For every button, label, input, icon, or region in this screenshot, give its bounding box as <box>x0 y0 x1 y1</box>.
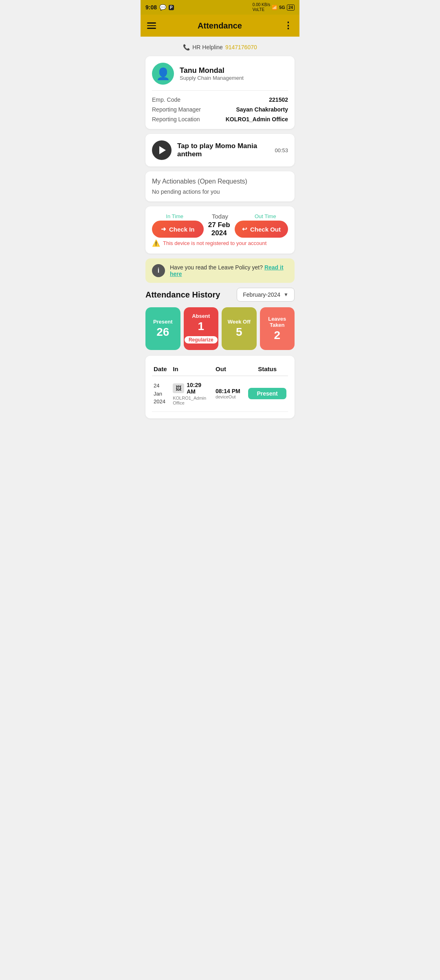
today-date: 27 Feb 2024 <box>204 221 235 237</box>
emp-code-value: 221502 <box>269 96 288 103</box>
avatar-icon: 👤 <box>156 67 170 81</box>
hr-helpline: 📞 HR Helpline 9147176070 <box>145 42 295 51</box>
warning-icon: ⚠️ <box>152 239 160 247</box>
col-status: Status <box>246 362 288 376</box>
actionables-title: My Actionables (Open Requests) <box>152 178 288 185</box>
leave-policy-text: Have you read the Leave Policy yet? Read… <box>170 264 288 277</box>
whatsapp-icon: 💬 <box>159 4 166 11</box>
leaves-value: 2 <box>274 329 280 342</box>
row-status: Present <box>246 376 288 412</box>
phone-icon: 📞 <box>183 44 190 50</box>
in-cell: 🖼 10:29AM KOLRO1_AdminOffice <box>173 382 212 405</box>
out-time-value: 08:14 PM <box>216 388 245 394</box>
regularize-badge[interactable]: Regularize <box>184 335 218 344</box>
absent-value: 1 <box>198 320 204 333</box>
more-options-button[interactable]: ⋮ <box>284 20 293 31</box>
status-bar: 9:08 💬 P 0.00 KB/s VoLTE 📶 5G 24 <box>141 0 299 15</box>
absent-label: Absent <box>192 313 210 319</box>
leaves-stat-card: Leaves Taken 2 <box>260 307 295 350</box>
weekoff-value: 5 <box>236 326 242 339</box>
row-in: 🖼 10:29AM KOLRO1_AdminOffice <box>171 376 214 412</box>
paytm-icon: P <box>169 5 174 10</box>
reporting-manager-label: Reporting Manager <box>152 106 201 113</box>
selected-month: February-2024 <box>243 291 280 298</box>
reporting-location-value: KOLRO1_Admin Office <box>226 116 288 122</box>
table-header-row: Date In Out Status <box>152 362 288 376</box>
check-out-button[interactable]: ↩ Check Out <box>235 221 288 238</box>
status-bar-right: 0.00 KB/s VoLTE 📶 5G 24 <box>253 2 295 12</box>
out-source-value: deviceOut <box>216 394 245 399</box>
music-title: Tap to play Momo Mania anthem <box>177 142 269 158</box>
attendance-history-title: Attendance History <box>145 290 220 300</box>
device-warning: ⚠️ This device is not registered to your… <box>152 239 288 247</box>
no-pending-text: No pending actions for you <box>152 188 288 195</box>
reporting-manager-value: Sayan Chakraborty <box>236 106 288 113</box>
attendance-history-header: Attendance History February-2024 ▼ <box>145 288 295 302</box>
device-warning-text: This device is not registered to your ac… <box>163 240 266 246</box>
hr-helpline-label: HR Helpline <box>192 44 223 50</box>
attendance-table-card: Date In Out Status 24Jan2024 <box>145 356 295 418</box>
location-image-icon: 🖼 <box>173 383 184 393</box>
present-label: Present <box>153 319 173 325</box>
col-date: Date <box>152 362 171 376</box>
music-duration: 00:53 <box>275 147 288 153</box>
month-dropdown[interactable]: February-2024 ▼ <box>237 288 295 302</box>
employee-info: Tanu Mondal Supply Chain Management <box>180 66 244 81</box>
actionables-card: My Actionables (Open Requests) No pendin… <box>145 171 295 201</box>
table-row: 24Jan2024 🖼 10:29AM KOLRO1_AdminOffice <box>152 376 288 412</box>
status-bar-left: 9:08 💬 P <box>145 4 174 11</box>
attendance-table: Date In Out Status 24Jan2024 <box>152 362 288 412</box>
present-value: 26 <box>156 326 169 339</box>
stats-grid: Present 26 Absent 1 Regularize Week Off … <box>145 307 295 350</box>
emp-code-row: Emp. Code 221502 <box>152 96 288 103</box>
main-content: 📞 HR Helpline 9147176070 👤 Tanu Mondal S… <box>141 37 299 427</box>
employee-name: Tanu Mondal <box>180 66 244 75</box>
check-in-arrow-icon: ➜ <box>161 225 166 233</box>
leave-policy-banner: i Have you read the Leave Policy yet? Re… <box>145 258 295 283</box>
emp-code-label: Emp. Code <box>152 96 180 103</box>
row-out: 08:14 PM deviceOut <box>214 376 246 412</box>
info-icon: i <box>152 264 165 277</box>
network-speed: 0.00 KB/s VoLTE <box>253 2 270 12</box>
weekoff-stat-card: Week Off 5 <box>222 307 257 350</box>
dropdown-arrow-icon: ▼ <box>284 292 288 298</box>
absent-stat-card: Absent 1 Regularize <box>184 307 219 350</box>
out-cell: 08:14 PM deviceOut <box>216 388 245 399</box>
signal-bars-icon: 📶 <box>272 5 277 10</box>
battery-icon: 24 <box>287 4 295 11</box>
present-stat-card: Present 26 <box>145 307 180 350</box>
check-in-button[interactable]: ➜ Check In <box>152 221 204 238</box>
reporting-location-row: Reporting Location KOLRO1_Admin Office <box>152 116 288 122</box>
employee-profile: 👤 Tanu Mondal Supply Chain Management <box>152 63 288 91</box>
page-title: Attendance <box>198 21 242 31</box>
in-cell-top: 🖼 10:29AM <box>173 382 212 395</box>
time-display: 9:08 <box>145 4 157 11</box>
employee-department: Supply Chain Management <box>180 75 244 81</box>
present-status-badge: Present <box>248 388 286 399</box>
attendance-history-section: Attendance History February-2024 ▼ Prese… <box>145 288 295 418</box>
reporting-location-label: Reporting Location <box>152 116 200 122</box>
music-banner: Tap to play Momo Mania anthem 00:53 <box>145 134 295 166</box>
today-label: Today <box>197 213 242 220</box>
check-out-arrow-icon: ↩ <box>242 225 247 233</box>
col-out: Out <box>214 362 246 376</box>
checkin-labels-row: In Time Today Out Time <box>152 213 288 220</box>
employee-card: 👤 Tanu Mondal Supply Chain Management Em… <box>145 56 295 129</box>
check-in-label: Check In <box>169 226 195 233</box>
leaves-label: Leaves Taken <box>263 316 292 328</box>
in-location-value: KOLRO1_AdminOffice <box>173 396 212 405</box>
avatar: 👤 <box>152 63 174 85</box>
play-button[interactable] <box>152 140 172 160</box>
checkin-buttons-row: ➜ Check In 27 Feb 2024 ↩ Check Out <box>152 221 288 238</box>
actionables-subtitle: (Open Requests) <box>198 178 247 185</box>
in-time-label: In Time <box>152 213 197 219</box>
app-header: Attendance ⋮ <box>141 15 299 37</box>
hamburger-menu[interactable] <box>147 22 156 29</box>
in-time-value: 10:29AM <box>187 382 201 395</box>
5g-icon: 5G <box>279 5 285 10</box>
checkin-card: In Time Today Out Time ➜ Check In 27 Feb… <box>145 206 295 254</box>
reporting-manager-row: Reporting Manager Sayan Chakraborty <box>152 106 288 113</box>
check-out-label: Check Out <box>250 226 281 233</box>
out-time-label: Out Time <box>243 213 288 219</box>
hr-helpline-number[interactable]: 9147176070 <box>225 44 257 50</box>
